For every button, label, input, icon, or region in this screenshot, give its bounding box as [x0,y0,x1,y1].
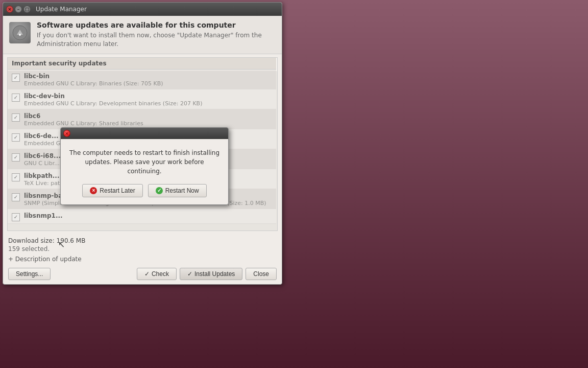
download-info: Download size: 190.6 MB [8,237,277,244]
description-toggle[interactable]: + Description of update [8,256,277,263]
dialog-close-icon: × [65,131,69,136]
dialog-buttons: × Restart Later ✓ Restart Now [69,184,220,197]
close-icon: × [8,7,12,12]
window-maximize-button[interactable]: □ [23,6,31,13]
window-titlebar: × – □ Update Manager [3,3,282,16]
dialog-message: The computer needs to restart to finish … [69,148,220,176]
install-updates-button[interactable]: ✓ Install Updates [180,268,242,280]
check-button[interactable]: ✓ Check [137,268,177,280]
window-close-button[interactable]: × [6,6,13,13]
dialog-body: The computer needs to restart to finish … [61,139,228,204]
header-title: Software updates are available for this … [37,21,276,29]
update-icon-img [9,22,31,43]
selected-info: 159 selected. [8,245,277,252]
update-icon [9,22,31,43]
window-title: Update Manager [36,6,87,13]
restart-now-button[interactable]: ✓ Restart Now [148,184,207,197]
restart-later-button[interactable]: × Restart Later [82,184,142,197]
window-minimize-button[interactable]: – [15,6,22,13]
titlebar-buttons: × – □ [6,6,31,13]
download-size-label: Download size: [8,237,55,244]
update-manager-window: × – □ Update Manager Software updates ar… [3,2,282,285]
minimize-icon: – [17,7,20,12]
settings-button[interactable]: Settings... [8,268,51,280]
restart-dialog: × The computer needs to restart to finis… [60,127,229,205]
header-text: Software updates are available for this … [37,21,276,49]
restart-now-icon: ✓ [156,187,163,194]
window-header: Software updates are available for this … [3,16,282,54]
shield-update-icon [12,25,28,41]
close-button[interactable]: Close [246,268,277,280]
svg-point-1 [19,34,21,36]
header-subtitle: If you don't want to install them now, c… [37,31,276,49]
download-size-value: 190.6 MB [57,237,86,244]
check-icon: ✓ [144,270,150,278]
window-bottom: Download size: 190.6 MB 159 selected. + … [3,234,282,284]
dialog-close-button[interactable]: × [63,130,70,137]
restart-later-icon: × [90,187,97,194]
dialog-titlebar: × [61,128,228,139]
section-header-security: Important security updates [8,58,276,70]
bottom-buttons-right: ✓ Check ✓ Install Updates Close [137,268,277,280]
install-icon: ✓ [187,270,192,278]
maximize-icon: □ [25,7,30,12]
action-buttons-row: Settings... ✓ Check ✓ Install Updates Cl… [8,268,277,280]
